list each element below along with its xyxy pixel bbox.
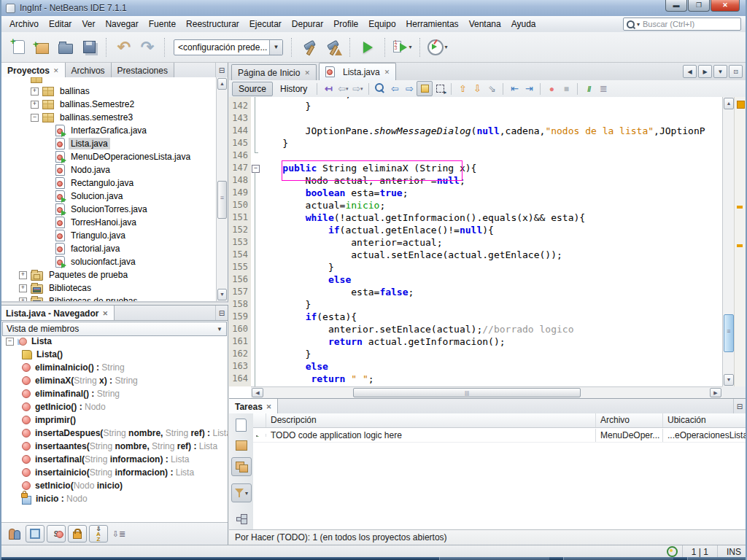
last-edit-button[interactable] [321,82,336,96]
scroll-left-icon[interactable]: ◀ [252,388,263,397]
line-number[interactable]: 146 [229,149,251,162]
open-projects-scope-button[interactable] [231,457,252,476]
minimize-panel-icon[interactable]: ⊟ [215,306,228,320]
navigator-member-item[interactable]: insertaantes(String nombre, String ref) … [1,440,228,453]
code-line[interactable]: return actual.getInformacion(); [260,335,722,348]
navigator-member-item[interactable]: eliminaInicio() : String [1,361,228,374]
clean-build-button[interactable] [322,37,343,58]
scroll-thumb[interactable] [724,314,734,352]
column-descripcion[interactable]: Descripción [266,413,596,427]
source-view-button[interactable]: Source [232,82,273,96]
shift-right-button[interactable] [522,82,536,96]
code-line[interactable]: } [260,348,722,360]
line-number[interactable]: 145 [229,137,251,149]
close-icon[interactable]: ✕ [53,67,59,74]
tree-item[interactable]: InterfazGrafica.java [1,124,216,137]
stop-marker-button[interactable] [559,82,573,96]
find-next-button[interactable] [402,82,417,96]
menu-fuente[interactable]: Fuente [144,17,181,31]
menu-equipo[interactable]: Equipo [363,17,400,31]
code-line[interactable]: return " "; [260,373,722,385]
code-line[interactable]: actual.setEnlace(actual.getEnlace()); [260,249,722,261]
find-previous-button[interactable] [387,82,402,96]
tree-item[interactable]: −ballinas.semestre3 [1,111,216,124]
line-number[interactable]: 153 [229,236,251,249]
code-line[interactable] [260,112,722,125]
tab-list-button[interactable]: ▼ [713,65,727,78]
line-number[interactable]: 148 [229,174,251,187]
expand-toggle-icon[interactable]: + [19,284,27,292]
line-number[interactable]: 150 [229,199,251,211]
sort-by-source-button[interactable]: ⇩≣ [110,526,128,542]
tree-item[interactable]: Lista.java [1,137,216,150]
redo-button[interactable] [137,37,158,58]
code-line[interactable]: while(!actual.getInformacion().equals(x)… [260,211,722,224]
scroll-right-icon[interactable]: ▶ [710,388,721,397]
menu-archivo[interactable]: Archivo [4,17,44,31]
next-bookmark-button[interactable] [470,82,484,96]
code-line[interactable]: else [260,360,722,373]
search-dropdown-icon[interactable]: ▾ [637,21,640,28]
new-file-button[interactable] [9,37,29,58]
tree-item[interactable]: Nodo.java [1,163,216,176]
menu-herramientas[interactable]: Herramientas [401,17,464,31]
navigator-member-item[interactable]: insertafinal(String informacion) : Lista [1,453,228,466]
line-number[interactable]: 142 [229,100,251,112]
navigator-member-item[interactable]: insertaDespues(String nombre, String ref… [1,427,228,440]
tree-item[interactable]: Triangulo.java [1,229,216,242]
profile-button[interactable]: ▾ [427,37,448,58]
minimize-button[interactable]: ▬ [665,0,687,12]
new-project-button[interactable] [32,37,53,58]
fold-collapse-icon[interactable]: − [252,165,260,173]
tree-item[interactable]: Rectangulo.java [1,176,216,190]
expand-toggle-icon[interactable]: + [31,101,39,109]
tab-lista-java[interactable]: Lista.java✕ [319,63,396,80]
line-number[interactable]: 163 [229,360,251,373]
code-line[interactable]: Nodo actual, anterior =null; [260,174,722,187]
navigator-member-item[interactable]: eliminafinal() : String [1,387,228,400]
line-number[interactable]: 154 [229,249,251,261]
code-line[interactable]: anterior=actual; [260,236,722,249]
sort-alpha-button[interactable]: ⇩AZ [89,525,108,542]
filter-button[interactable]: ▾ [231,483,252,502]
navigator-member-item[interactable]: inicio : Nodo [1,492,228,505]
title-bar[interactable]: IngInf - NetBeans IDE 7.1.1 ▬ ❐ ✕ [1,0,746,16]
line-number-gutter[interactable]: 1411421431441451461471481491501511521531… [229,97,252,386]
line-number[interactable]: 164 [229,373,251,385]
scroll-tabs-left-button[interactable]: ◀ [683,65,697,78]
line-number[interactable]: 152 [229,224,251,236]
line-number[interactable]: 158 [229,298,251,311]
line-number[interactable]: 160 [229,323,251,335]
column-archivo[interactable]: Archivo [596,413,663,427]
navigator-member-item[interactable]: getInicio() : Nodo [1,400,228,413]
show-static-button[interactable]: S [47,525,66,542]
scroll-down-icon[interactable]: ▼ [724,374,734,386]
maximize-button[interactable]: ❐ [688,0,710,12]
code-editor[interactable]: 1411421431441451461471481491501511521531… [229,97,746,398]
menu-reestructurar[interactable]: Reestructurar [181,17,244,31]
navigator-member-item[interactable]: setInicio(Nodo inicio) [1,479,228,492]
tab-pagina-de-inicio[interactable]: Página de Inicio✕ [231,64,317,80]
rectangular-selection-button[interactable] [433,82,447,96]
show-fields-button[interactable] [68,525,87,542]
close-icon[interactable]: ✕ [102,310,108,317]
code-line[interactable]: actual=inicio; [260,199,722,211]
menu-navegar[interactable]: Navegar [100,17,143,31]
shift-left-button[interactable] [507,82,522,96]
uncomment-button[interactable] [596,82,611,96]
menu-ejecutar[interactable]: Ejecutar [244,17,287,31]
find-button[interactable] [373,82,387,96]
scroll-up-icon[interactable]: ▲ [217,78,227,90]
tree-item[interactable]: +ballinas [1,85,216,98]
debug-button[interactable]: 123▾ [392,37,413,58]
tree-item[interactable]: SolucionTorres.java [1,203,216,216]
navigate-forward-button[interactable] [350,82,365,96]
tree-item[interactable] [1,77,216,85]
minimize-panel-icon[interactable]: ⊟ [215,63,228,77]
main-project-scope-button[interactable] [232,437,251,454]
scroll-up-icon[interactable]: ▲ [724,98,734,109]
line-number[interactable]: 144 [229,125,251,137]
scroll-thumb[interactable] [217,181,227,219]
scroll-tabs-right-button[interactable]: ▶ [698,65,712,78]
tree-item[interactable]: MenuDeOperacionesLista.java [1,150,216,163]
